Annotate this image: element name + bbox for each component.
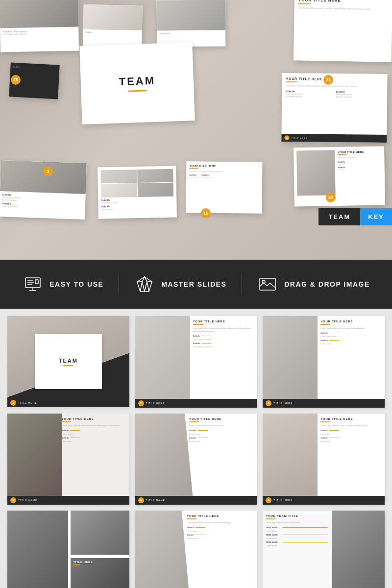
slide7-img-right-top [71, 511, 129, 555]
slide4-num: 4 [10, 497, 16, 503]
slide3-content: YOUR TITLE HERE Lorem ipsum dolor sit am… [263, 316, 385, 408]
team-logo-title: TEAM [59, 358, 78, 364]
hero-section: 25 21 3 15 12 Subtitle | Lorem ipsum Lor… [0, 0, 392, 260]
slide-card-center: TEAM [79, 42, 195, 124]
slide-number-21: 21 [323, 75, 333, 85]
grid-slide-3: YOUR TITLE HERE Lorem ipsum dolor sit am… [263, 316, 385, 408]
presentation-icon [22, 273, 44, 295]
slide6-content: YOUR TITLE HERE Lorem ipsum dolor sit am… [263, 414, 385, 505]
slide3-right: YOUR TITLE HERE Lorem ipsum dolor sit am… [318, 316, 385, 408]
slide5-badge: 5 TITLE NAME [135, 496, 257, 505]
image-icon [257, 273, 278, 295]
slide9-title: YOUR TEAM TITLE [266, 514, 329, 517]
slide-number-12: 12 [326, 193, 336, 202]
slide-card-bottom3: YOUR TITLE HERE Lorem ipsum dolor sit am… [186, 161, 263, 213]
slide-number-3: 3 [43, 167, 53, 176]
slide8-content: YOUR TITLE HERE Lorem ipsum dolor sit am… [184, 511, 257, 588]
grid-slide-8: YOUR TITLE HERE Lorem ipsum dolor sit am… [135, 511, 257, 588]
slide6-person-img [263, 414, 318, 505]
slide8-wrap: YOUR TITLE HERE Lorem ipsum dolor sit am… [135, 511, 257, 588]
slide2-content: YOUR TITLE HERE Lorem ipsum dolor sit am… [135, 316, 257, 408]
diamond-icon [134, 273, 155, 295]
slide2-text: Lorem ipsum dolor sit amet consectetur a… [193, 327, 254, 333]
slide9-wrap: YOUR TEAM TITLE Lorem ipsum dolor sit am… [263, 511, 385, 588]
slide2-line [193, 324, 203, 325]
slide2-num: 2 [138, 400, 144, 406]
slide2-title: YOUR TITLE HERE [193, 320, 254, 323]
slide-card-top1: Subtitle | Lorem ipsum Lorem ipsum dolor… [0, 0, 79, 52]
slide4-person-img [7, 414, 62, 505]
slide5-diagonal: YOUR TITLE HERE Lorem ipsum dolor sit am… [135, 414, 257, 505]
team-logo-inner: TEAM [35, 334, 102, 389]
slide7-img-right-bottom: TITLE HERE [71, 558, 129, 588]
slide9-name-row3: TEAM NAME [266, 541, 329, 543]
slide-card-right-top: YOUR TITLE HERE Lorem ipsum dolor sit am… [294, 0, 392, 62]
grid-slide-6: YOUR TITLE HERE Lorem ipsum dolor sit am… [263, 414, 385, 505]
image-svg [258, 275, 277, 294]
slide5-text: TITLE NAME [146, 499, 165, 502]
grid-slide-5: YOUR TITLE HERE Lorem ipsum dolor sit am… [135, 414, 257, 505]
slide9-name-row2: TEAM NAME [266, 534, 329, 536]
center-underline [128, 90, 147, 92]
slide3-badge: 3 TITLE HERE [263, 399, 385, 408]
slide6-title: YOUR TITLE HERE [320, 417, 382, 420]
slide7-wrap: TITLE HERE [7, 511, 129, 588]
diamond-svg [135, 275, 154, 294]
slide5-diag-img [135, 414, 194, 505]
feature-easy-to-use: EASY TO USE [22, 273, 103, 295]
svg-marker-7 [137, 277, 152, 292]
presentation-svg [24, 275, 42, 294]
center-team-title: TEAM [119, 74, 155, 89]
slide4-text: TITLE NAME [18, 499, 37, 502]
feature-divider-1 [119, 274, 119, 294]
slide4-right: YOUR TITLE HERE Lorem ipsum dolor sit am… [58, 414, 129, 505]
slide3-text: Lorem ipsum dolor sit amet consectetur a… [320, 327, 382, 330]
slide3-num: 3 [266, 400, 271, 406]
slides-grid-section: TEAM 1 TITLE HERE YOUR TITLE HERE Lorem … [0, 309, 392, 588]
slide-card-bottom2: Subtitle Lorem ipsum dolor Subtitle Lore… [98, 166, 177, 219]
slide6-num: 6 [266, 497, 271, 503]
badge-key-label: KEY [360, 208, 392, 225]
feature-drag-drop: DRAG & DROP IMAGE [257, 273, 370, 295]
slide8-diag-img [135, 511, 190, 588]
slide3-line [320, 324, 330, 325]
svg-line-9 [145, 282, 147, 292]
slide1-badge: 1 TITLE HERE [7, 398, 129, 407]
slide1-num: 1 [10, 400, 16, 406]
grid-slide-7: TITLE HERE 7 TITLE HERE [7, 511, 129, 588]
svg-line-10 [140, 282, 142, 292]
slide6-right: YOUR TITLE HERE Lorem ipsum dolor sit am… [318, 414, 385, 505]
master-slides-label: MASTER SLIDES [161, 280, 226, 288]
slide2-badge: 2 TITLE HERE [135, 399, 257, 408]
slide4-badge: 4 TITLE NAME [7, 496, 129, 505]
feature-divider-2 [242, 274, 242, 294]
feature-master-slides: MASTER SLIDES [134, 273, 226, 295]
slide9-name-row1: TEAM NAME [266, 526, 329, 529]
slide3-text: TITLE HERE [273, 402, 293, 405]
slide3-title: YOUR TITLE HERE [320, 320, 382, 323]
slide-card-right2: YOUR TITLE HERE Lorem ipsum dolor sit am… [294, 146, 385, 206]
slide-number-15: 15 [201, 208, 211, 218]
grid-slide-1: TEAM 1 TITLE HERE [7, 316, 129, 407]
slide1-text: TITLE HERE [18, 401, 37, 404]
slide2-sub1: Subtitle [193, 335, 254, 337]
team-key-badge: TEAM KEY [318, 208, 392, 225]
grid-slide-4: YOUR TITLE HERE Lorem ipsum dolor sit am… [7, 414, 129, 505]
slide3-left-img [263, 316, 318, 408]
slide8-title: YOUR TITLE HERE [187, 514, 254, 517]
slide-card-top3: Lorem ipsum [157, 0, 226, 47]
slide4-title: YOUR TITLE HERE [61, 417, 126, 420]
slide-number-25: 25 [11, 75, 21, 85]
slide5-title: YOUR TITLE HERE [189, 417, 254, 420]
drag-drop-label: DRAG & DROP IMAGE [284, 280, 370, 288]
grid-slide-9: YOUR TEAM TITLE Lorem ipsum dolor sit am… [263, 511, 385, 588]
slide9-person-img [330, 511, 385, 588]
features-bar: EASY TO USE MASTER SLIDES [0, 260, 392, 309]
slide-card-right1: YOUR TITLE HERE Lorem ipsum dolor sit am… [281, 73, 387, 143]
slide4-wrap: YOUR TITLE HERE Lorem ipsum dolor sit am… [7, 414, 129, 505]
slide2-right: YOUR TITLE HERE Lorem ipsum dolor sit am… [190, 316, 257, 408]
slide5-content: YOUR TITLE HERE Lorem ipsum dolor sit am… [186, 414, 257, 505]
svg-line-8 [142, 282, 145, 292]
slide2-sub2: Subtitle [193, 342, 254, 344]
slide7-img-left [7, 511, 68, 588]
